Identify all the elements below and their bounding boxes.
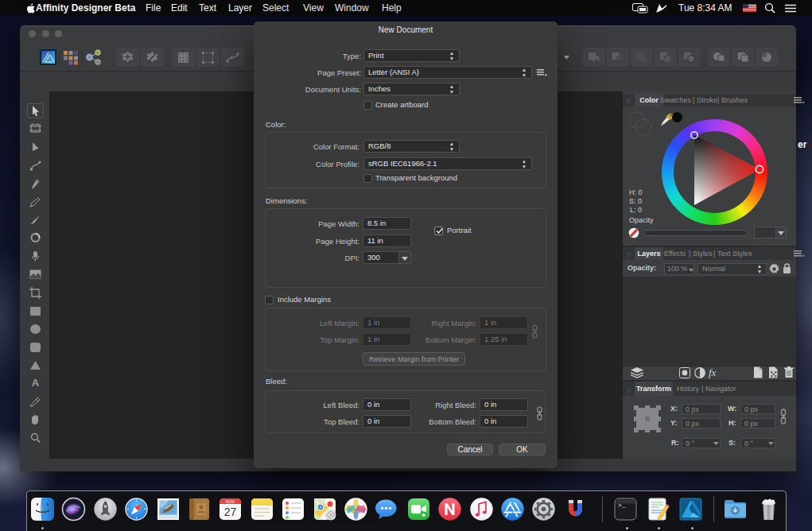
svg-text:NOV: NOV xyxy=(226,499,235,504)
svg-text:>_: >_ xyxy=(618,502,626,509)
svg-text:27: 27 xyxy=(224,506,237,518)
svg-text:A: A xyxy=(319,506,321,510)
svg-text:30: 30 xyxy=(328,514,333,517)
